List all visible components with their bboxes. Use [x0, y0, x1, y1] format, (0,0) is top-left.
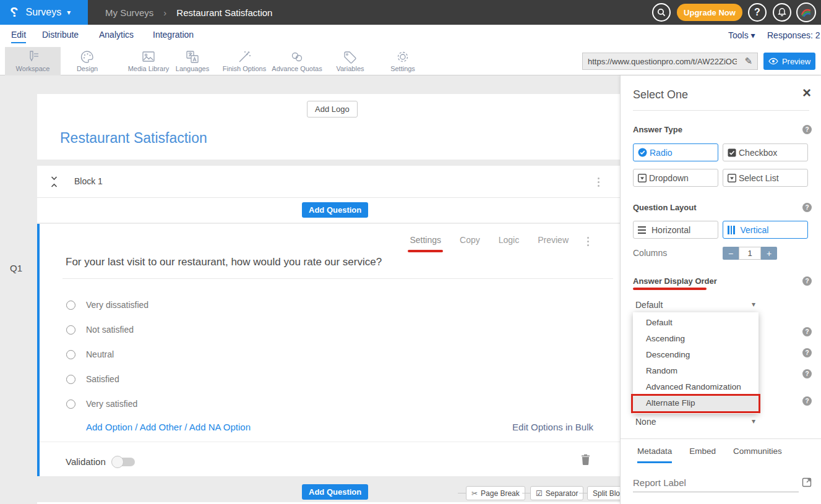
answer-option-row[interactable]: Very dissatisfied — [66, 300, 148, 310]
question-tab-settings[interactable]: Settings — [410, 235, 441, 246]
answer-type-dropdown[interactable]: Dropdown — [633, 169, 718, 187]
bell-icon — [777, 7, 787, 17]
question-number-label: Q1 — [10, 263, 22, 273]
hidden-row-help-icon[interactable]: ? — [802, 327, 812, 336]
nav-tab-edit[interactable]: Edit — [11, 30, 26, 43]
toolbar-item-finish-options[interactable]: Finish Options — [218, 47, 271, 75]
answer-display-order-menu: Default Ascending Descending Random Adva… — [633, 312, 759, 414]
question-tab-copy[interactable]: Copy — [460, 235, 480, 246]
notifications-button[interactable] — [773, 3, 791, 22]
none-select[interactable]: None ▾ — [633, 416, 759, 427]
panel-tab-embed[interactable]: Embed — [689, 446, 716, 463]
answer-display-order-help-icon[interactable]: ? — [802, 276, 812, 286]
question-menu-button[interactable] — [587, 237, 589, 246]
hidden-row-help-icon[interactable]: ? — [802, 369, 812, 378]
breadcrumb-parent[interactable]: My Surveys — [105, 7, 153, 18]
toolbar-item-workspace[interactable]: Workspace — [5, 47, 61, 75]
menu-item-default[interactable]: Default — [633, 315, 759, 331]
delete-question-icon[interactable] — [581, 454, 590, 465]
workspace-icon — [25, 50, 40, 64]
upgrade-now-button[interactable]: Upgrade Now — [677, 4, 742, 21]
menu-item-random[interactable]: Random — [633, 363, 759, 379]
add-other-link[interactable]: Add Other — [140, 422, 182, 432]
radio-circle-icon[interactable] — [66, 350, 75, 359]
separator-button[interactable]: ☑ Separator — [530, 486, 583, 500]
toolbar-item-advance-quotas[interactable]: Advance Quotas — [267, 47, 327, 75]
answer-type-help-icon[interactable]: ? — [802, 125, 812, 134]
tools-menu[interactable]: Tools ▾ — [728, 30, 755, 40]
answer-type-checkbox[interactable]: Checkbox — [723, 143, 808, 161]
answer-option-row[interactable]: Very satisfied — [66, 399, 137, 409]
scissors-icon: ✂ — [471, 489, 478, 498]
product-switcher[interactable]: ? Surveys ▾ — [0, 0, 88, 25]
columns-decrement-button[interactable]: − — [723, 247, 739, 260]
hidden-row-help-icon[interactable]: ? — [802, 348, 812, 357]
nav-tab-distribute[interactable]: Distribute — [42, 30, 79, 40]
add-option-link[interactable]: Add Option — [86, 422, 132, 432]
menu-item-descending[interactable]: Descending — [633, 347, 759, 363]
answer-display-order-select[interactable]: Default ▾ — [633, 299, 759, 310]
answer-option-row[interactable]: Neutral — [66, 349, 114, 359]
layout-horizontal[interactable]: Horizontal — [633, 221, 718, 239]
survey-url-input[interactable] — [583, 57, 739, 66]
radio-circle-icon[interactable] — [66, 301, 75, 310]
toolbar-item-settings[interactable]: Settings — [384, 47, 421, 75]
horizontal-layout-icon — [638, 226, 646, 234]
question-footer-divider — [40, 442, 620, 442]
toolbar-item-languages[interactable]: Languages — [171, 47, 214, 75]
survey-title[interactable]: Restaurant Satisfaction — [60, 130, 207, 147]
add-question-bottom-button[interactable]: Add Question — [302, 484, 368, 500]
radio-circle-icon[interactable] — [66, 375, 75, 384]
edit-options-in-bulk-link[interactable]: Edit Options in Bulk — [512, 422, 593, 432]
nav-tab-integration[interactable]: Integration — [153, 30, 194, 40]
responses-count[interactable]: Responses: 2 — [767, 30, 820, 40]
collapse-block-icon[interactable] — [50, 175, 58, 189]
close-panel-icon[interactable]: × — [802, 85, 811, 100]
toolbar-item-design[interactable]: Design — [67, 47, 108, 75]
answer-type-radio[interactable]: Radio — [633, 143, 718, 161]
report-label-input[interactable] — [633, 476, 799, 492]
survey-nav: Edit Distribute Analytics Integration To… — [0, 25, 821, 47]
validation-toggle[interactable] — [113, 458, 135, 466]
menu-item-ascending[interactable]: Ascending — [633, 331, 759, 347]
nav-tab-analytics[interactable]: Analytics — [99, 30, 134, 40]
question-tab-preview[interactable]: Preview — [538, 235, 569, 246]
block-menu-button[interactable] — [598, 177, 600, 187]
question-tab-logic[interactable]: Logic — [499, 235, 519, 246]
help-button[interactable]: ? — [748, 3, 767, 22]
layout-vertical[interactable]: Vertical — [723, 221, 808, 239]
toolbar-item-variables[interactable]: Variables — [329, 47, 372, 75]
block-card: Block 1 Add Question — [37, 166, 620, 223]
tools-caret-icon: ▾ — [751, 30, 755, 40]
menu-item-alternate-flip[interactable]: Alternate Flip — [633, 395, 759, 411]
answer-display-order-annotation-underline — [633, 288, 707, 290]
expand-report-label-icon[interactable] — [802, 477, 812, 487]
panel-tab-communities[interactable]: Communities — [733, 446, 782, 463]
question-tabs: Settings Copy Logic Preview — [410, 235, 589, 246]
add-na-option-link[interactable]: Add NA Option — [189, 422, 251, 432]
panel-tab-metadata[interactable]: Metadata — [637, 446, 672, 463]
breadcrumb: My Surveys › Restaurant Satisfaction — [105, 0, 272, 25]
add-question-top-button[interactable]: Add Question — [302, 202, 368, 218]
columns-increment-button[interactable]: + — [761, 247, 777, 260]
question-text[interactable]: For your last visit to our restaurant, h… — [66, 256, 610, 268]
edit-url-icon[interactable]: ✎ — [739, 56, 757, 67]
toolbar-item-media-library[interactable]: Media Library — [119, 47, 178, 75]
add-logo-button[interactable]: Add Logo — [307, 101, 358, 117]
question-layout-help-icon[interactable]: ? — [802, 203, 812, 212]
translate-icon — [185, 50, 200, 64]
answer-option-row[interactable]: Not satisfied — [66, 325, 134, 335]
preview-button[interactable]: Preview — [763, 53, 815, 70]
answer-option-row[interactable]: Satisfied — [66, 374, 119, 384]
columns-value[interactable]: 1 — [739, 247, 761, 260]
menu-item-advanced-randomization[interactable]: Advanced Randomization — [633, 379, 759, 395]
block-title[interactable]: Block 1 — [74, 176, 103, 186]
radio-circle-icon[interactable] — [66, 325, 75, 335]
answer-type-select-list[interactable]: Select List — [723, 169, 808, 187]
hidden-row-help-icon[interactable]: ? — [802, 396, 812, 406]
search-button[interactable] — [652, 3, 671, 22]
user-avatar[interactable] — [796, 2, 816, 22]
selected-order-value: Default — [633, 300, 663, 310]
radio-circle-icon[interactable] — [66, 399, 75, 409]
page-break-button[interactable]: ✂ Page Break — [466, 486, 525, 500]
